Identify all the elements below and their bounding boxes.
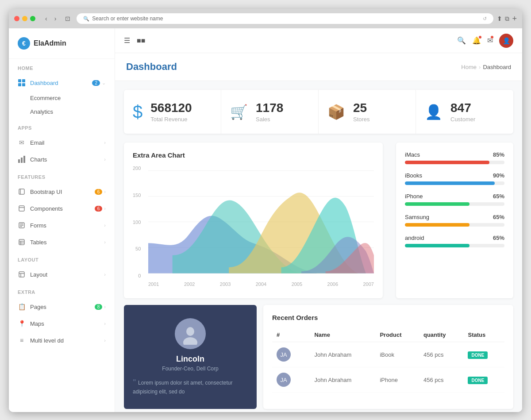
sales-info: 1178 Sales	[256, 101, 283, 123]
progress-header-imacs: iMacs 85%	[405, 151, 504, 158]
page-title: Dashboard	[126, 61, 177, 73]
grid-button[interactable]: ■■	[137, 37, 145, 45]
forms-chevron: ›	[104, 223, 106, 228]
address-text: Search or enter website name	[92, 15, 163, 22]
back-button[interactable]: ‹	[42, 14, 50, 23]
iphone-bar-fill	[405, 202, 469, 206]
sidebar-item-forms[interactable]: Forms ›	[9, 217, 115, 234]
iphone-bar-bg	[405, 202, 504, 206]
sidebar-item-charts[interactable]: Charts ›	[9, 151, 115, 168]
sidebar-section-extra: EXTRA	[9, 283, 115, 298]
layout-icon	[18, 270, 26, 278]
forms-label: Forms	[30, 222, 104, 229]
maximize-dot[interactable]	[30, 16, 35, 21]
charts-chevron: ›	[104, 157, 106, 162]
maps-label: Maps	[30, 320, 104, 327]
sidebar-item-components[interactable]: Components 6 ›	[9, 200, 115, 217]
add-tab-button[interactable]: +	[512, 14, 517, 23]
charts-icon	[18, 155, 26, 163]
logo-text: ElaAdmin	[34, 39, 66, 47]
sidebar-item-email[interactable]: ✉ Email ›	[9, 134, 115, 151]
ibooks-pct: 90%	[493, 172, 504, 179]
row2-id: JA	[272, 367, 310, 393]
row1-id: JA	[272, 342, 310, 367]
notifications-button[interactable]: 🔔	[472, 36, 481, 45]
android-pct: 65%	[493, 235, 504, 241]
sidebar-item-tables[interactable]: Tables ›	[9, 234, 115, 250]
dashboard-label: Dashboard	[30, 80, 92, 86]
maps-chevron: ›	[104, 321, 106, 326]
svg-rect-9	[19, 206, 24, 211]
chart-container: 200 150 100 50 0	[133, 166, 374, 289]
svg-rect-7	[19, 189, 24, 194]
progress-header-samsung: Samsung 65%	[405, 214, 504, 220]
hamburger-button[interactable]: ☰	[124, 36, 130, 45]
sidebar-item-analytics[interactable]: Analytics	[9, 105, 115, 119]
chart-row: Extra Area Chart 200 150 100 50 0	[124, 143, 513, 298]
col-name: Name	[310, 328, 375, 342]
y-label-150: 150	[133, 193, 141, 198]
stores-info: 25 Stores	[353, 101, 370, 123]
sidebar-item-layout[interactable]: Layout ›	[9, 266, 115, 283]
stores-value: 25	[353, 101, 370, 115]
tab-button[interactable]: ⊡	[62, 14, 73, 23]
row2-status-badge: DONE	[468, 377, 488, 384]
svg-rect-1	[22, 79, 25, 82]
address-bar[interactable]: 🔍 Search or enter website name ↺	[77, 13, 493, 24]
duplicate-button[interactable]: ⧉	[505, 14, 509, 23]
search-button[interactable]: 🔍	[457, 36, 466, 45]
user-avatar[interactable]: 👤	[499, 34, 513, 48]
revenue-value: 568120	[150, 101, 192, 115]
x-label-2003: 2003	[220, 281, 231, 287]
col-hash: #	[272, 328, 310, 342]
svg-rect-5	[21, 158, 23, 163]
x-label-2001: 2001	[148, 281, 159, 287]
bootstrap-chevron: ›	[104, 189, 106, 194]
top-bar: ☰ ■■ 🔍 🔔 ✉ 👤	[115, 28, 522, 53]
browser-toolbar: ‹ › ⊡ 🔍 Search or enter website name ↺ ⬆…	[9, 9, 522, 28]
sidebar-item-maps[interactable]: 📍 Maps ›	[9, 315, 115, 332]
progress-header-android: android 65%	[405, 235, 504, 241]
table-row: JA John Abraham iPhone 456 pcs DONE	[272, 367, 504, 393]
orders-section: Recent Orders # Name Product quantity St…	[263, 305, 513, 409]
sidebar-item-bootstrap-ui[interactable]: Bootstrap UI 6 ›	[9, 183, 115, 200]
android-label: android	[405, 235, 424, 241]
forward-button[interactable]: ›	[52, 14, 59, 23]
row2-name: John Abraham	[310, 367, 375, 393]
y-label-200: 200	[133, 166, 141, 171]
row1-avatar: JA	[277, 347, 291, 362]
ibooks-label: iBooks	[405, 172, 422, 179]
sidebar-section-home: HOME	[9, 59, 115, 74]
breadcrumb-home[interactable]: Home	[461, 64, 477, 70]
android-bar-bg	[405, 244, 504, 247]
top-bar-right: 🔍 🔔 ✉ 👤	[457, 34, 513, 48]
sidebar-item-ecommerce[interactable]: Ecommerce	[9, 91, 115, 105]
maps-icon: 📍	[18, 320, 26, 328]
samsung-bar-fill	[405, 223, 469, 227]
row2-status: DONE	[463, 367, 504, 393]
dashboard-chevron: ⌄	[102, 80, 106, 86]
messages-button[interactable]: ✉	[487, 36, 493, 45]
sidebar-item-multilevel[interactable]: ≡ Multi level dd ›	[9, 332, 115, 349]
pages-badge: 8	[95, 304, 103, 310]
sidebar-item-pages[interactable]: 📋 Pages 8 ›	[9, 298, 115, 315]
sales-value: 1178	[256, 101, 283, 115]
sidebar-item-dashboard[interactable]: Dashboard 2 ⌄	[9, 74, 115, 91]
close-dot[interactable]	[14, 16, 19, 21]
svg-rect-19	[19, 272, 24, 277]
tables-label: Tables	[30, 239, 104, 246]
app-container: € ElaAdmin HOME Dashboard 2 ⌄ Ecommerce …	[9, 28, 522, 412]
share-button[interactable]: ⬆	[497, 14, 502, 23]
pages-chevron: ›	[104, 304, 106, 309]
logo: € ElaAdmin	[9, 28, 115, 59]
layout-chevron: ›	[104, 272, 106, 277]
dashboard-badge: 2	[92, 80, 100, 86]
components-chevron: ›	[104, 206, 106, 211]
progress-item-samsung: Samsung 65%	[405, 214, 504, 227]
stats-grid: $ 568120 Total Revenue 🛒 1178 Sales	[124, 90, 513, 134]
row1-status: DONE	[463, 342, 504, 367]
imacs-pct: 85%	[493, 151, 504, 158]
tables-icon	[18, 238, 26, 246]
android-bar-fill	[405, 244, 469, 247]
minimize-dot[interactable]	[22, 16, 27, 21]
